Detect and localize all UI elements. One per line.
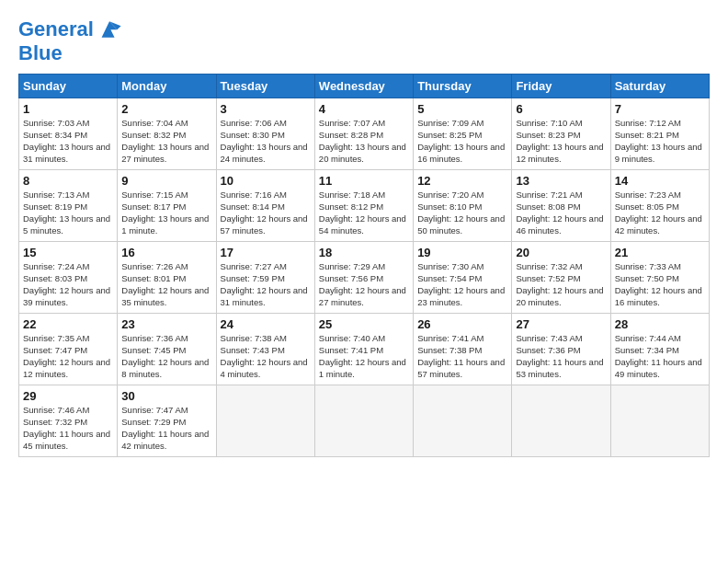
calendar-cell: 13Sunrise: 7:21 AMSunset: 8:08 PMDayligh… bbox=[512, 170, 610, 242]
calendar-cell: 28Sunrise: 7:44 AMSunset: 7:34 PMDayligh… bbox=[610, 314, 709, 385]
cell-info: Sunrise: 7:35 AMSunset: 7:47 PMDaylight:… bbox=[23, 333, 113, 380]
calendar-cell: 29Sunrise: 7:46 AMSunset: 7:32 PMDayligh… bbox=[19, 385, 118, 457]
calendar-cell: 2Sunrise: 7:04 AMSunset: 8:32 PMDaylight… bbox=[118, 98, 216, 170]
day-number: 19 bbox=[417, 246, 507, 259]
calendar-cell: 25Sunrise: 7:40 AMSunset: 7:41 PMDayligh… bbox=[314, 314, 413, 385]
cell-info: Sunrise: 7:16 AMSunset: 8:14 PMDaylight:… bbox=[221, 190, 311, 236]
day-number: 25 bbox=[319, 317, 409, 331]
calendar-cell: 12Sunrise: 7:20 AMSunset: 8:10 PMDayligh… bbox=[414, 170, 512, 242]
day-number: 11 bbox=[319, 174, 409, 188]
calendar-cell bbox=[216, 385, 314, 457]
calendar-cell: 4Sunrise: 7:07 AMSunset: 8:28 PMDaylight… bbox=[314, 98, 413, 170]
cell-info: Sunrise: 7:36 AMSunset: 7:45 PMDaylight:… bbox=[121, 333, 211, 380]
calendar-cell bbox=[610, 385, 709, 457]
day-number: 14 bbox=[615, 174, 705, 188]
calendar-cell: 24Sunrise: 7:38 AMSunset: 7:43 PMDayligh… bbox=[216, 314, 314, 385]
cell-info: Sunrise: 7:20 AMSunset: 8:10 PMDaylight:… bbox=[417, 190, 507, 236]
calendar-cell: 26Sunrise: 7:41 AMSunset: 7:38 PMDayligh… bbox=[414, 314, 512, 385]
cell-info: Sunrise: 7:23 AMSunset: 8:05 PMDaylight:… bbox=[615, 190, 705, 236]
header-wednesday: Wednesday bbox=[314, 75, 413, 98]
cell-info: Sunrise: 7:21 AMSunset: 8:08 PMDaylight:… bbox=[516, 190, 606, 236]
cell-info: Sunrise: 7:10 AMSunset: 8:23 PMDaylight:… bbox=[516, 118, 606, 165]
day-number: 24 bbox=[221, 317, 311, 331]
header-monday: Monday bbox=[118, 75, 216, 98]
calendar-week-row: 8Sunrise: 7:13 AMSunset: 8:19 PMDaylight… bbox=[19, 170, 710, 242]
cell-info: Sunrise: 7:15 AMSunset: 8:17 PMDaylight:… bbox=[121, 190, 211, 236]
day-number: 29 bbox=[23, 389, 113, 403]
calendar-cell: 22Sunrise: 7:35 AMSunset: 7:47 PMDayligh… bbox=[19, 314, 118, 385]
cell-info: Sunrise: 7:09 AMSunset: 8:25 PMDaylight:… bbox=[417, 118, 507, 165]
day-number: 16 bbox=[121, 246, 211, 259]
header: General Blue bbox=[18, 17, 710, 64]
header-friday: Friday bbox=[512, 75, 610, 98]
day-number: 5 bbox=[417, 102, 507, 116]
calendar-cell: 5Sunrise: 7:09 AMSunset: 8:25 PMDaylight… bbox=[414, 98, 512, 170]
cell-info: Sunrise: 7:07 AMSunset: 8:28 PMDaylight:… bbox=[319, 118, 409, 165]
day-number: 4 bbox=[319, 102, 409, 116]
cell-info: Sunrise: 7:27 AMSunset: 7:59 PMDaylight:… bbox=[221, 261, 311, 308]
calendar-cell: 21Sunrise: 7:33 AMSunset: 7:50 PMDayligh… bbox=[610, 242, 709, 314]
calendar-cell: 10Sunrise: 7:16 AMSunset: 8:14 PMDayligh… bbox=[216, 170, 314, 242]
logo-text: General bbox=[18, 18, 94, 40]
cell-info: Sunrise: 7:46 AMSunset: 7:32 PMDaylight:… bbox=[23, 405, 113, 452]
logo-bird-icon bbox=[97, 17, 122, 42]
day-number: 13 bbox=[516, 174, 606, 188]
day-number: 12 bbox=[417, 174, 507, 188]
cell-info: Sunrise: 7:41 AMSunset: 7:38 PMDaylight:… bbox=[417, 333, 507, 380]
cell-info: Sunrise: 7:29 AMSunset: 7:56 PMDaylight:… bbox=[319, 261, 409, 308]
cell-info: Sunrise: 7:43 AMSunset: 7:36 PMDaylight:… bbox=[516, 333, 606, 380]
day-number: 9 bbox=[121, 174, 211, 188]
day-number: 15 bbox=[23, 246, 113, 259]
day-number: 30 bbox=[121, 389, 211, 403]
calendar-cell: 19Sunrise: 7:30 AMSunset: 7:54 PMDayligh… bbox=[414, 242, 512, 314]
cell-info: Sunrise: 7:44 AMSunset: 7:34 PMDaylight:… bbox=[615, 333, 705, 380]
day-number: 10 bbox=[221, 174, 311, 188]
header-thursday: Thursday bbox=[414, 75, 512, 98]
calendar-cell: 14Sunrise: 7:23 AMSunset: 8:05 PMDayligh… bbox=[610, 170, 709, 242]
day-number: 27 bbox=[516, 317, 606, 331]
day-number: 26 bbox=[417, 317, 507, 331]
cell-info: Sunrise: 7:38 AMSunset: 7:43 PMDaylight:… bbox=[221, 333, 311, 380]
day-number: 20 bbox=[516, 246, 606, 259]
page: General Blue Sunday Monday Tuesday Wedne… bbox=[0, 0, 728, 466]
day-number: 28 bbox=[615, 317, 705, 331]
day-number: 18 bbox=[319, 246, 409, 259]
header-sunday: Sunday bbox=[19, 75, 118, 98]
calendar-cell: 1Sunrise: 7:03 AMSunset: 8:34 PMDaylight… bbox=[19, 98, 118, 170]
day-number: 22 bbox=[23, 317, 113, 331]
cell-info: Sunrise: 7:13 AMSunset: 8:19 PMDaylight:… bbox=[23, 190, 113, 236]
calendar-cell: 11Sunrise: 7:18 AMSunset: 8:12 PMDayligh… bbox=[314, 170, 413, 242]
cell-info: Sunrise: 7:30 AMSunset: 7:54 PMDaylight:… bbox=[417, 261, 507, 308]
day-number: 6 bbox=[516, 102, 606, 116]
calendar-cell: 15Sunrise: 7:24 AMSunset: 8:03 PMDayligh… bbox=[19, 242, 118, 314]
day-number: 23 bbox=[121, 317, 211, 331]
cell-info: Sunrise: 7:18 AMSunset: 8:12 PMDaylight:… bbox=[319, 190, 409, 236]
cell-info: Sunrise: 7:06 AMSunset: 8:30 PMDaylight:… bbox=[221, 118, 311, 165]
calendar-cell bbox=[314, 385, 413, 457]
calendar-cell: 27Sunrise: 7:43 AMSunset: 7:36 PMDayligh… bbox=[512, 314, 610, 385]
cell-info: Sunrise: 7:40 AMSunset: 7:41 PMDaylight:… bbox=[319, 333, 409, 380]
calendar-cell: 6Sunrise: 7:10 AMSunset: 8:23 PMDaylight… bbox=[512, 98, 610, 170]
calendar-week-row: 1Sunrise: 7:03 AMSunset: 8:34 PMDaylight… bbox=[19, 98, 710, 170]
calendar-cell: 17Sunrise: 7:27 AMSunset: 7:59 PMDayligh… bbox=[216, 242, 314, 314]
calendar-cell: 18Sunrise: 7:29 AMSunset: 7:56 PMDayligh… bbox=[314, 242, 413, 314]
cell-info: Sunrise: 7:03 AMSunset: 8:34 PMDaylight:… bbox=[23, 118, 113, 165]
day-number: 21 bbox=[615, 246, 705, 259]
logo: General Blue bbox=[18, 17, 122, 64]
day-number: 7 bbox=[615, 102, 705, 116]
calendar-cell bbox=[414, 385, 512, 457]
day-number: 8 bbox=[23, 174, 113, 188]
cell-info: Sunrise: 7:04 AMSunset: 8:32 PMDaylight:… bbox=[121, 118, 211, 165]
day-number: 2 bbox=[121, 102, 211, 116]
header-tuesday: Tuesday bbox=[216, 75, 314, 98]
day-number: 1 bbox=[23, 102, 113, 116]
day-number: 17 bbox=[221, 246, 311, 259]
calendar-cell: 7Sunrise: 7:12 AMSunset: 8:21 PMDaylight… bbox=[610, 98, 709, 170]
cell-info: Sunrise: 7:32 AMSunset: 7:52 PMDaylight:… bbox=[516, 261, 606, 308]
calendar-week-row: 29Sunrise: 7:46 AMSunset: 7:32 PMDayligh… bbox=[19, 385, 710, 457]
calendar-cell: 16Sunrise: 7:26 AMSunset: 8:01 PMDayligh… bbox=[118, 242, 216, 314]
calendar-cell: 3Sunrise: 7:06 AMSunset: 8:30 PMDaylight… bbox=[216, 98, 314, 170]
cell-info: Sunrise: 7:33 AMSunset: 7:50 PMDaylight:… bbox=[615, 261, 705, 308]
calendar-week-row: 22Sunrise: 7:35 AMSunset: 7:47 PMDayligh… bbox=[19, 314, 710, 385]
cell-info: Sunrise: 7:12 AMSunset: 8:21 PMDaylight:… bbox=[615, 118, 705, 165]
